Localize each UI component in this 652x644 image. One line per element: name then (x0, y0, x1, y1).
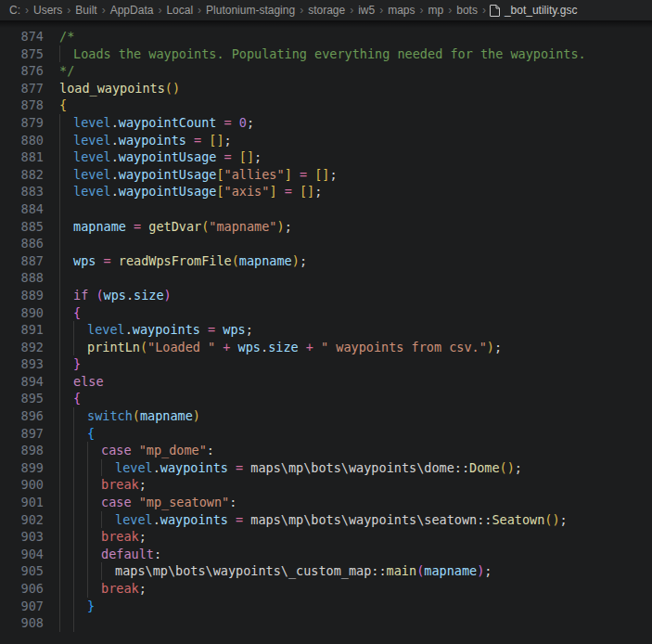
line-number: 878 (0, 97, 44, 114)
code-token: break (101, 477, 139, 492)
code-line[interactable]: 890{ (0, 304, 652, 322)
code-token: wps (238, 340, 261, 354)
code-token: break (101, 581, 139, 596)
code-line[interactable]: 893} (0, 355, 652, 373)
indent-guide (59, 321, 73, 339)
code-line[interactable]: 874/* (0, 28, 652, 45)
code-line[interactable]: 897{ (0, 425, 652, 443)
indent-guide (59, 580, 73, 598)
code-line[interactable]: 879level.waypointCount = 0; (0, 114, 652, 132)
breadcrumb-item[interactable]: storage (307, 4, 346, 17)
indent-guide (59, 200, 73, 218)
indent-guide (59, 45, 73, 63)
code-line[interactable]: 878{ (0, 97, 652, 114)
code-area[interactable]: 874/*875Loads the waypoints. Populating … (0, 28, 652, 632)
indent-guide (59, 132, 73, 149)
code-line[interactable]: 880level.waypoints = []; (0, 132, 652, 149)
code-line[interactable]: 905maps\mp\bots\waypoints\_custom_map::m… (0, 562, 652, 580)
code-line[interactable]: 887wps = readWpsFromFile(mapname); (0, 252, 652, 270)
code-line[interactable]: 875Loads the waypoints. Populating every… (0, 45, 652, 63)
code-token (132, 443, 139, 457)
code-token: ( (96, 288, 103, 303)
line-number: 883 (0, 183, 44, 200)
code-token: ; (285, 219, 292, 234)
breadcrumb-item[interactable]: Plutonium-staging (205, 4, 296, 17)
code-token: :: (477, 512, 492, 527)
breadcrumb-item[interactable]: C: (8, 4, 21, 17)
breadcrumb-file[interactable]: _bot_utility.gsc (490, 4, 578, 17)
line-number: 905 (0, 562, 44, 580)
code-token: :: (371, 563, 386, 578)
line-number: 886 (0, 235, 44, 252)
indent-guide (73, 562, 87, 580)
code-token: Seatown (492, 512, 544, 527)
code-token: level (87, 322, 125, 337)
breadcrumb-item[interactable]: iw5 (357, 4, 376, 17)
code-line[interactable]: 895{ (0, 390, 652, 407)
code-token: ; (254, 149, 262, 164)
indent-guide (59, 373, 73, 391)
code-token: () (165, 81, 180, 96)
chevron-right-icon: › (346, 4, 357, 17)
indent-guide (87, 562, 101, 580)
code-line[interactable]: 904default: (0, 546, 652, 563)
code-line[interactable]: 898case "mp_dome": (0, 442, 652, 459)
code-token: ) (487, 340, 494, 354)
indent-guide (73, 528, 87, 546)
code-line[interactable]: 903break; (0, 528, 652, 546)
code-token: . (126, 288, 134, 303)
code-line[interactable]: 907} (0, 598, 652, 615)
breadcrumb-item[interactable]: Users (32, 4, 63, 17)
code-line[interactable]: 885mapname = getDvar("mapname"); (0, 218, 652, 236)
breadcrumb-item[interactable]: maps (387, 4, 415, 17)
breadcrumb-item[interactable]: Local (165, 4, 194, 17)
code-line[interactable]: 876*/ (0, 62, 652, 80)
code-line[interactable]: 900break; (0, 476, 652, 494)
code-token: ; (494, 340, 502, 354)
code-token: "allies" (224, 167, 285, 182)
code-line[interactable]: 906break; (0, 580, 652, 598)
code-token: = (200, 322, 223, 337)
code-token: ; (515, 460, 522, 475)
line-number: 889 (0, 287, 44, 304)
code-token: mapname (140, 408, 193, 423)
code-editor[interactable]: 874/*875Loads the waypoints. Populating … (0, 20, 652, 632)
code-line[interactable]: 886 (0, 235, 652, 252)
line-number: 881 (0, 148, 44, 166)
code-token: mapname (239, 253, 292, 268)
line-number: 875 (0, 45, 44, 63)
code-token: ) (292, 253, 300, 268)
indent-guide (87, 546, 101, 563)
code-token: Dome (469, 460, 500, 475)
code-line[interactable]: 883level.waypointUsage["axis"] = []; (0, 183, 652, 200)
line-number: 900 (0, 476, 44, 494)
breadcrumb-item[interactable]: mp (428, 4, 445, 17)
code-line[interactable]: 902level.waypoints = maps\mp\bots\waypoi… (0, 511, 652, 529)
code-line[interactable]: 892printLn("Loaded " + wps.size + " wayp… (0, 339, 652, 356)
code-line[interactable]: 901case "mp_seatown": (0, 494, 652, 511)
code-line[interactable]: 884 (0, 200, 652, 218)
breadcrumb-item[interactable]: AppData (109, 4, 155, 17)
code-line[interactable]: 881level.waypointUsage = []; (0, 148, 652, 166)
code-token: } (73, 356, 81, 371)
code-token: ] (269, 184, 276, 199)
code-token: = (277, 184, 300, 199)
code-line[interactable]: 899level.waypoints = maps\mp\bots\waypoi… (0, 459, 652, 477)
code-line[interactable]: 908 (0, 614, 652, 632)
code-line[interactable]: 877load_waypoints() (0, 80, 652, 97)
code-token: waypoints (133, 322, 200, 337)
chevron-right-icon: › (154, 4, 165, 17)
code-line[interactable]: 896switch(mapname) (0, 407, 652, 425)
breadcrumb-item[interactable]: bots (455, 4, 479, 17)
code-line[interactable]: 891level.waypoints = wps; (0, 321, 652, 339)
code-token: ; (329, 167, 337, 182)
breadcrumb-item[interactable]: Built (74, 4, 97, 17)
code-line[interactable]: 888 (0, 269, 652, 287)
code-line[interactable]: 882level.waypointUsage["allies"] = []; (0, 166, 652, 184)
indent-guide (73, 494, 87, 511)
indent-guide (59, 442, 73, 459)
indent-guide (59, 407, 73, 425)
code-line[interactable]: 894else (0, 373, 652, 391)
line-number: 887 (0, 252, 44, 270)
code-line[interactable]: 889if (wps.size) (0, 287, 652, 304)
